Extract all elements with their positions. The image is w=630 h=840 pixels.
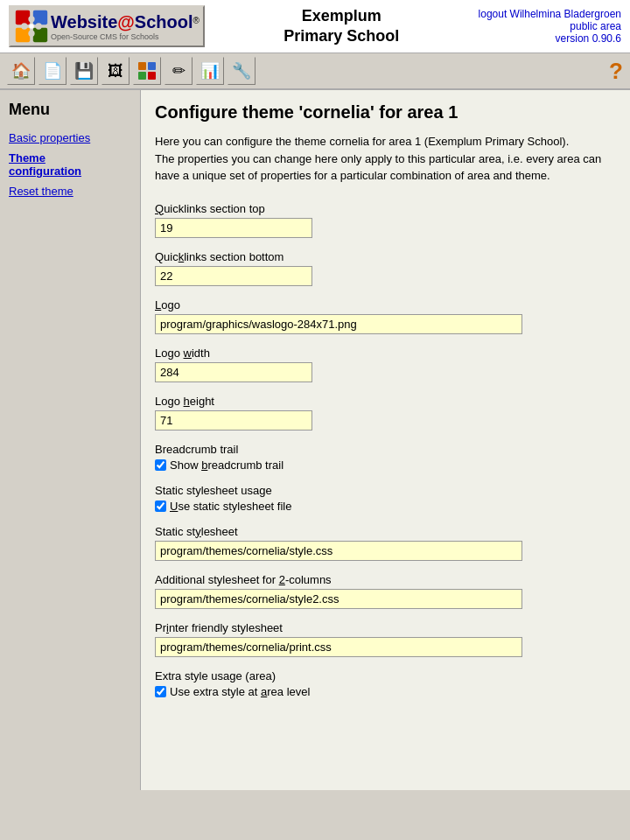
page-icon[interactable]: 📄 (38, 57, 66, 85)
field-breadcrumb: Breadcrumb trail Show breadcrumb trail (155, 443, 616, 472)
layout-icon[interactable] (133, 57, 161, 85)
label-printer-stylesheet: Printer friendly stylesheet (155, 621, 616, 634)
svg-point-6 (36, 23, 42, 29)
label-logo-width: Logo width (155, 346, 616, 360)
label-static-stylesheet-usage: Static stylesheet usage (155, 484, 616, 497)
svg-rect-2 (16, 28, 30, 42)
version-label: version 0.90.6 (479, 32, 621, 45)
field-quicklinks-top: Quicklinks section top (155, 202, 616, 238)
label-logo: Logo (155, 298, 616, 312)
field-printer-stylesheet: Printer friendly stylesheet (155, 621, 616, 657)
checkbox-use-static-stylesheet[interactable] (155, 500, 166, 512)
label-static-stylesheet: Static stylesheet (155, 525, 616, 538)
save-icon[interactable]: 💾 (70, 57, 98, 85)
field-logo: Logo (155, 298, 616, 334)
input-static-stylesheet[interactable] (155, 541, 522, 561)
checkbox-row-extra-style: Use extra style at area level (155, 685, 616, 698)
svg-rect-0 (16, 10, 30, 24)
page-title: Configure theme 'cornelia' for area 1 (155, 102, 616, 122)
puzzle-icon (14, 9, 49, 44)
label-extra-style-usage: Extra style usage (area) (155, 669, 616, 682)
input-logo-width[interactable] (155, 362, 312, 382)
field-static-stylesheet: Static stylesheet (155, 525, 616, 561)
svg-rect-9 (138, 62, 146, 70)
label-quicklinks-top: Quicklinks section top (155, 202, 616, 215)
label-use-static-stylesheet: Use static stylesheet file (170, 500, 291, 513)
input-logo-height[interactable] (155, 410, 312, 430)
sidebar-title: Menu (9, 101, 131, 119)
area-label: public area (479, 20, 621, 32)
svg-rect-10 (148, 62, 156, 70)
label-use-extra-style: Use extra style at area level (170, 685, 310, 698)
svg-rect-11 (138, 72, 146, 80)
svg-rect-1 (33, 10, 47, 24)
label-breadcrumb: Breadcrumb trail (155, 443, 616, 456)
logo-area: Website@School® Open-Source CMS for Scho… (9, 5, 205, 47)
svg-rect-12 (148, 72, 156, 80)
chart-icon[interactable]: 📊 (196, 57, 224, 85)
logo-text-block: Website@School® Open-Source CMS for Scho… (51, 12, 200, 41)
input-additional-stylesheet[interactable] (155, 589, 522, 609)
home-icon[interactable]: 🏠 (7, 57, 35, 85)
svg-point-4 (28, 16, 34, 22)
input-logo[interactable] (155, 314, 522, 334)
edit-icon[interactable]: ✏ (164, 57, 192, 85)
field-logo-height: Logo height (155, 395, 616, 430)
site-logo[interactable]: Website@School® Open-Source CMS for Scho… (9, 5, 205, 47)
field-extra-style-usage: Extra style usage (area) Use extra style… (155, 669, 616, 698)
user-info: logout Wilhelmina Bladergroen public are… (479, 8, 621, 45)
svg-point-7 (28, 31, 34, 37)
input-quicklinks-top[interactable] (155, 218, 312, 238)
help-button[interactable]: ? (609, 58, 623, 85)
toolbar: 🏠 📄 💾 🖼 ✏ 📊 🔧 ? (0, 53, 630, 90)
svg-rect-3 (33, 28, 47, 42)
image-icon[interactable]: 🖼 (102, 57, 130, 85)
sidebar-item-basic-properties[interactable]: Basic properties (9, 131, 131, 144)
input-printer-stylesheet[interactable] (155, 637, 522, 657)
logout-link[interactable]: logout Wilhelmina Bladergroen (479, 8, 621, 20)
content-area: Configure theme 'cornelia' for area 1 He… (140, 90, 630, 790)
field-logo-width: Logo width (155, 346, 616, 382)
sidebar: Menu Basic properties Themeconfiguration… (0, 90, 140, 790)
label-show-breadcrumb: Show breadcrumb trail (170, 458, 284, 472)
label-logo-height: Logo height (155, 395, 616, 408)
field-static-stylesheet-usage: Static stylesheet usage Use static style… (155, 484, 616, 513)
intro-text: Here you can configure the theme corneli… (155, 133, 616, 185)
checkbox-use-extra-style[interactable] (155, 686, 166, 697)
tools-icon[interactable]: 🔧 (228, 57, 256, 85)
svg-point-8 (29, 24, 33, 28)
label-quicklinks-bottom: Quicklinks section bottom (155, 250, 616, 263)
checkbox-row-static-usage: Use static stylesheet file (155, 500, 616, 513)
sidebar-item-reset-theme[interactable]: Reset theme (9, 185, 131, 198)
field-quicklinks-bottom: Quicklinks section bottom (155, 250, 616, 286)
header: Website@School® Open-Source CMS for Scho… (0, 0, 630, 53)
svg-point-5 (21, 23, 27, 29)
checkbox-row-breadcrumb: Show breadcrumb trail (155, 458, 616, 472)
main-layout: Menu Basic properties Themeconfiguration… (0, 90, 630, 790)
label-additional-stylesheet: Additional stylesheet for 2-columns (155, 573, 616, 586)
checkbox-show-breadcrumb[interactable] (155, 459, 166, 471)
input-quicklinks-bottom[interactable] (155, 266, 312, 286)
field-additional-stylesheet: Additional stylesheet for 2-columns (155, 573, 616, 609)
site-title: Exemplum Primary School (205, 6, 479, 47)
sidebar-item-theme-configuration[interactable]: Themeconfiguration (9, 151, 131, 178)
